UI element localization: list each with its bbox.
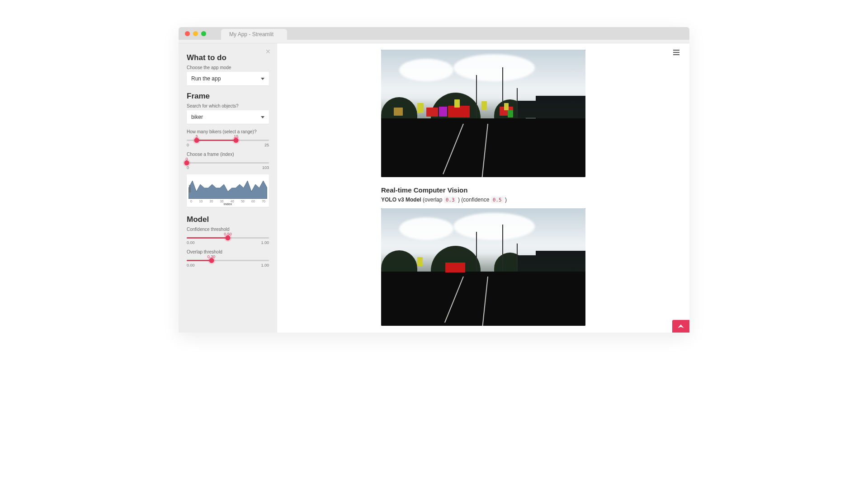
range-thumb-high[interactable]: [234, 138, 239, 143]
section-model-title: Model: [187, 215, 269, 224]
bbox: [481, 101, 487, 110]
url-bar[interactable]: [179, 40, 689, 43]
confidence-word: confidence: [463, 197, 489, 203]
bbox: [439, 107, 447, 117]
tab-title: My App - Streamlit: [229, 31, 274, 38]
browser-tab[interactable]: My App - Streamlit: [221, 29, 287, 40]
app: ✕ What to do Choose the app mode Run the…: [179, 43, 689, 333]
section-what-title: What to do: [187, 53, 269, 62]
range-max: 25: [264, 143, 269, 147]
object-select[interactable]: biker: [187, 110, 269, 124]
caption: Real-time Computer Vision YOLO v3 Model …: [381, 186, 585, 203]
bbox: [394, 108, 403, 116]
frame-slider[interactable]: 0 0 103: [187, 162, 269, 170]
hamburger-menu-icon[interactable]: [673, 50, 679, 55]
bbox: [417, 103, 424, 113]
confidence-slider[interactable]: 0.50 0.00 1.00: [187, 237, 269, 245]
window-controls[interactable]: [185, 31, 206, 36]
range-thumb-low[interactable]: [194, 138, 199, 143]
bbox: [454, 99, 460, 108]
titlebar: My App - Streamlit: [179, 27, 689, 40]
overlap-readout: 0.3: [444, 197, 457, 203]
object-value: biker: [191, 114, 203, 120]
bbox: [417, 257, 423, 266]
sidebar: ✕ What to do Choose the app mode Run the…: [179, 43, 277, 333]
sparkline-svg: [189, 177, 267, 199]
sparkline-chart: biker 010203040506070 index: [187, 174, 269, 207]
model-name: YOLO v3 Model: [381, 197, 421, 203]
overlap-min: 0.00: [187, 263, 195, 267]
bbox: [445, 263, 465, 272]
confidence-label: Confidence threshold: [187, 227, 269, 232]
close-window-icon[interactable]: [185, 31, 190, 36]
overlap-thumb[interactable]: [209, 258, 214, 263]
frame-thumb[interactable]: [184, 160, 189, 165]
chevron-down-icon: [261, 116, 264, 118]
ground-truth-image: [381, 50, 585, 177]
chart-xlabel: index: [189, 202, 267, 206]
section-frame-title: Frame: [187, 92, 269, 101]
chevron-down-icon: [261, 78, 264, 80]
bbox: [504, 103, 509, 110]
confidence-readout: 0.5: [491, 197, 504, 203]
maximize-window-icon[interactable]: [201, 31, 206, 36]
confidence-min: 0.00: [187, 240, 195, 245]
main-heading: Real-time Computer Vision: [381, 186, 585, 194]
minimize-window-icon[interactable]: [193, 31, 198, 36]
browser-window: My App - Streamlit ✕ What to do Choose t…: [179, 27, 689, 333]
app-mode-select[interactable]: Run the app: [187, 72, 269, 85]
frame-min: 0: [187, 165, 189, 170]
app-mode-label: Choose the app mode: [187, 65, 269, 70]
chart-ylabel: biker: [188, 185, 191, 192]
confidence-thumb[interactable]: [226, 235, 231, 240]
range-label: How many bikers (select a range)?: [187, 129, 269, 134]
overlap-slider[interactable]: 0.30 0.00 1.00: [187, 260, 269, 267]
frame-max: 103: [262, 165, 269, 170]
content-panel: Real-time Computer Vision YOLO v3 Model …: [381, 50, 585, 326]
range-min: 0: [187, 143, 189, 147]
main: Real-time Computer Vision YOLO v3 Model …: [277, 43, 689, 333]
model-output-image: [381, 208, 585, 326]
app-mode-value: Run the app: [191, 75, 221, 82]
frame-label: Choose a frame (index): [187, 152, 269, 157]
confidence-max: 1.00: [261, 240, 269, 245]
object-label: Search for which objects?: [187, 103, 269, 108]
streamlit-badge[interactable]: [672, 320, 689, 333]
bbox: [508, 110, 513, 117]
range-slider[interactable]: 3 15 0 25: [187, 140, 269, 147]
overlap-word: overlap: [425, 197, 442, 203]
overlap-label: Overlap threshold: [187, 249, 269, 254]
bbox: [426, 108, 438, 117]
model-line: YOLO v3 Model (overlap 0.3 ) (confidence…: [381, 197, 585, 203]
streamlit-icon: [677, 324, 684, 329]
close-sidebar-icon[interactable]: ✕: [265, 48, 271, 55]
overlap-max: 1.00: [261, 263, 269, 267]
